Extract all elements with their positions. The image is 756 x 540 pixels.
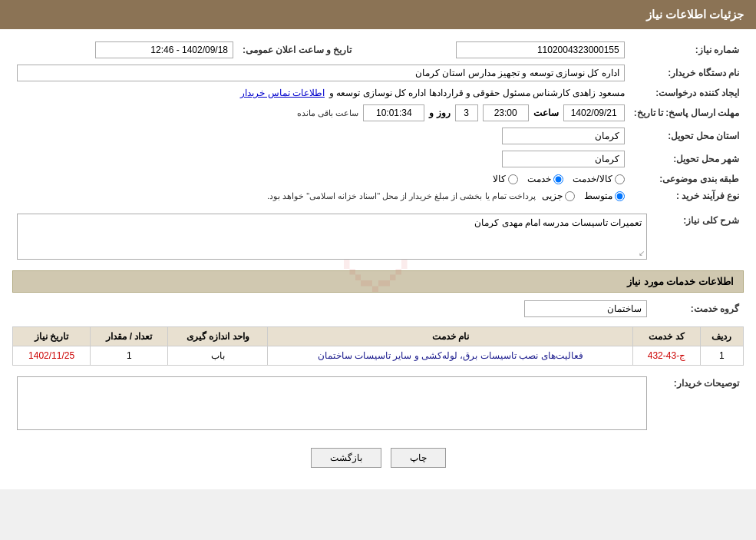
table-row: 1 ج-43-432 فعالیت‌های نصب تاسیسات برق، ل… [13,346,744,366]
services-section-header: اطلاعات خدمات مورد نیاز [12,270,744,293]
reply-date: 1402/09/21 [563,104,625,121]
bottom-buttons: چاپ بازگشت [12,448,744,468]
services-table: ردیف کد خدمت نام خدمت واحد اندازه گیری ت… [12,326,744,366]
creator-value: مسعود زاهدی کارشناس مسئول حقوقی و قراردا… [329,88,625,98]
category-label: طبقه بندی موضوعی: [629,171,744,187]
reply-remaining-label: ساعت باقی مانده [297,108,358,118]
reply-days-label: روز و [429,108,450,118]
print-button[interactable]: چاپ [391,448,446,468]
service-group-label: گروه خدمت: [652,297,744,320]
purchase-type-radio-group: متوسط جزیی [542,190,625,201]
need-number-label: شماره نیاز: [629,38,744,61]
announce-date-value: 1402/09/18 - 12:46 [95,41,233,58]
col-code: کد خدمت [633,327,700,346]
service-group-value: ساختمان [524,300,647,317]
purchase-type-jozii[interactable]: جزیی [542,190,575,201]
cell-name: فعالیت‌های نصب تاسیسات برق، لوله‌کشی و س… [268,346,633,366]
city-value: کرمان [502,151,625,167]
cell-unit: باب [168,346,268,366]
page-header: جزئیات اطلاعات نیاز [0,0,756,29]
reply-days: 3 [455,104,478,121]
reply-time-label: ساعت [533,108,559,118]
info-table: شماره نیاز: 1102004323000155 تاریخ و ساع… [12,38,744,204]
buyer-org-label: نام دستگاه خریدار: [629,61,744,84]
cell-qty: 1 [91,346,168,366]
description-value: تعمیرات تاسیسات مدرسه امام مهدی کرمان [474,217,642,228]
col-qty: تعداد / مقدار [91,327,168,346]
page-title: جزئیات اطلاعات نیاز [646,8,744,21]
col-row-num: ردیف [700,327,743,346]
cell-code: ج-43-432 [633,346,700,366]
purchase-type-mootasat[interactable]: متوسط [584,190,625,201]
category-radio-group: کالا/خدمت خدمت کالا [17,174,625,184]
reply-time: 23:00 [483,104,529,121]
buyer-notes-textarea[interactable] [17,376,647,430]
buyer-org-value: اداره کل نوسازی توسعه و تجهیز مدارس استا… [17,65,625,81]
cell-date: 1402/11/25 [13,346,91,366]
creator-contact-link[interactable]: اطلاعات تماس خریدار [240,88,325,98]
col-date: تاریخ نیاز [13,327,91,346]
province-value: کرمان [502,128,625,144]
description-table: شرح کلی نیاز: تعمیرات تاسیسات مدرسه امام… [12,210,744,263]
col-name: نام خدمت [268,327,633,346]
category-kala[interactable]: کالا [493,174,518,184]
buyer-notes-table: توصیحات خریدار: [12,373,744,436]
col-unit: واحد اندازه گیری [168,327,268,346]
reply-deadline-label: مهلت ارسال پاسخ: تا تاریخ: [629,101,744,124]
reply-clock: 10:01:34 [363,104,424,121]
back-button[interactable]: بازگشت [311,448,381,468]
need-number-value: 1102004323000155 [456,41,625,58]
purchase-type-note: پرداخت تمام یا بخشی از مبلغ خریدار از مح… [267,191,536,201]
city-label: شهر محل تحویل: [629,147,744,171]
cell-row-num: 1 [700,346,743,366]
province-label: استان محل تحویل: [629,124,744,147]
announce-date-label: تاریخ و ساعت اعلان عمومی: [238,38,356,61]
buyer-notes-label: توصیحات خریدار: [652,373,744,436]
description-label: شرح کلی نیاز: [652,210,744,263]
category-khadamat[interactable]: خدمت [527,174,563,184]
category-kala-khadamat[interactable]: کالا/خدمت [573,174,624,184]
service-group-table: گروه خدمت: ساختمان [12,297,744,320]
creator-label: ایجاد کننده درخواست: [629,84,744,101]
purchase-type-label: نوع فرآیند خرید : [629,187,744,204]
